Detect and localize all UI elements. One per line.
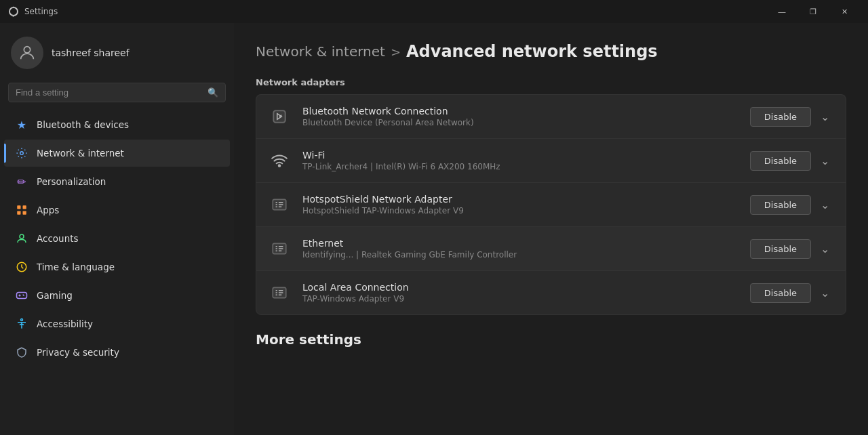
svg-rect-2	[17, 205, 20, 209]
adapter-name: Wi-Fi	[302, 150, 739, 161]
sidebar-item-label: Time & language	[37, 262, 115, 272]
sidebar-item-apps[interactable]: Apps	[4, 196, 230, 224]
time-icon	[15, 260, 28, 274]
sidebar-item-time[interactable]: Time & language	[4, 253, 230, 281]
svg-rect-8	[17, 293, 27, 299]
avatar	[11, 37, 43, 69]
expand-button[interactable]: ⌄	[815, 108, 835, 126]
accessibility-icon	[15, 317, 28, 331]
expand-button[interactable]: ⌄	[815, 152, 835, 170]
adapter-info: HotspotShield Network Adapter HotspotShi…	[302, 194, 739, 215]
sidebar: tashreef shareef 🔍 ★ Bluetooth & devices…	[0, 23, 234, 435]
sidebar-item-label: Personalization	[37, 176, 106, 187]
adapter-info: Bluetooth Network Connection Bluetooth D…	[302, 106, 739, 127]
network-icon	[15, 146, 28, 160]
adapter-actions: Disable ⌄	[750, 195, 835, 215]
local-adapter-icon	[267, 281, 292, 305]
section-title-adapters: Network adapters	[256, 77, 846, 87]
bluetooth-adapter-icon	[267, 104, 292, 129]
username: tashreef shareef	[52, 47, 130, 58]
svg-point-12	[279, 165, 281, 167]
app-body: tashreef shareef 🔍 ★ Bluetooth & devices…	[0, 23, 868, 435]
table-row: Local Area Connection TAP-Windows Adapte…	[256, 270, 846, 315]
svg-point-0	[24, 47, 30, 53]
hotspot-adapter-icon	[267, 192, 292, 217]
adapter-desc: HotspotShield TAP-Windows Adapter V9	[302, 206, 739, 215]
adapter-name: Bluetooth Network Connection	[302, 106, 739, 117]
table-row: HotspotShield Network Adapter HotspotShi…	[256, 182, 846, 226]
settings-app-icon	[8, 6, 19, 17]
adapter-actions: Disable ⌄	[750, 151, 835, 171]
personalization-icon: ✏️	[15, 175, 28, 188]
breadcrumb: Network & internet > Advanced network se…	[256, 42, 846, 61]
table-row: Wi-Fi TP-Link_Archer4 | Intel(R) Wi-Fi 6…	[256, 138, 846, 182]
sidebar-item-label: Gaming	[37, 290, 73, 301]
sidebar-item-accessibility[interactable]: Accessibility	[4, 310, 230, 337]
sidebar-item-network[interactable]: Network & internet	[4, 140, 230, 167]
gaming-icon	[15, 289, 28, 302]
sidebar-item-gaming[interactable]: Gaming	[4, 282, 230, 309]
sidebar-item-privacy[interactable]: Privacy & security	[4, 339, 230, 366]
sidebar-item-label: Privacy & security	[37, 347, 119, 358]
svg-point-9	[21, 319, 23, 321]
svg-point-6	[20, 234, 24, 239]
adapter-desc: TAP-Windows Adapter V9	[302, 294, 739, 304]
sidebar-item-label: Network & internet	[37, 148, 124, 159]
sidebar-item-bluetooth[interactable]: ★ Bluetooth & devices	[4, 111, 230, 138]
adapter-desc: TP-Link_Archer4 | Intel(R) Wi-Fi 6 AX200…	[302, 162, 739, 171]
search-icon: 🔍	[208, 87, 218, 98]
ethernet-adapter-icon	[267, 236, 292, 261]
expand-button[interactable]: ⌄	[815, 240, 835, 258]
adapter-name: Local Area Connection	[302, 282, 739, 293]
breadcrumb-parent[interactable]: Network & internet	[256, 43, 385, 60]
sidebar-item-accounts[interactable]: Accounts	[4, 225, 230, 252]
expand-button[interactable]: ⌄	[815, 284, 835, 302]
sidebar-header: tashreef shareef	[0, 23, 234, 80]
adapter-desc: Bluetooth Device (Personal Area Network)	[302, 118, 739, 127]
search-input[interactable]	[16, 87, 202, 98]
apps-icon	[15, 203, 28, 217]
search-bar[interactable]: 🔍	[8, 83, 226, 102]
adapter-actions: Disable ⌄	[750, 107, 835, 127]
accounts-icon	[15, 232, 28, 245]
minimize-button[interactable]: —	[766, 0, 797, 23]
adapter-info: Wi-Fi TP-Link_Archer4 | Intel(R) Wi-Fi 6…	[302, 150, 739, 171]
svg-rect-3	[23, 205, 26, 209]
expand-button[interactable]: ⌄	[815, 196, 835, 214]
sidebar-item-label: Accessibility	[37, 318, 93, 329]
sidebar-item-label: Accounts	[37, 233, 79, 244]
sidebar-item-label: Apps	[37, 205, 59, 215]
privacy-icon	[15, 346, 28, 359]
adapter-actions: Disable ⌄	[750, 239, 835, 259]
window-controls: — ❐ ✕	[766, 0, 860, 23]
adapter-name: HotspotShield Network Adapter	[302, 194, 739, 205]
table-row: Bluetooth Network Connection Bluetooth D…	[256, 94, 846, 138]
disable-button[interactable]: Disable	[750, 195, 811, 215]
disable-button[interactable]: Disable	[750, 107, 811, 127]
breadcrumb-current: Advanced network settings	[406, 42, 658, 61]
adapter-info: Local Area Connection TAP-Windows Adapte…	[302, 282, 739, 304]
disable-button[interactable]: Disable	[750, 239, 811, 259]
close-button[interactable]: ✕	[829, 0, 860, 23]
maximize-button[interactable]: ❐	[797, 0, 829, 23]
svg-rect-4	[17, 211, 20, 215]
disable-button[interactable]: Disable	[750, 283, 811, 303]
adapter-actions: Disable ⌄	[750, 283, 835, 303]
bluetooth-icon: ★	[15, 118, 28, 131]
wifi-adapter-icon	[267, 148, 292, 173]
adapter-desc: Identifying... | Realtek Gaming GbE Fami…	[302, 250, 739, 260]
breadcrumb-separator: >	[391, 45, 401, 59]
app-title: Settings	[24, 7, 766, 16]
adapter-name: Ethernet	[302, 238, 739, 249]
adapter-info: Ethernet Identifying... | Realtek Gaming…	[302, 238, 739, 260]
main-content: Network & internet > Advanced network se…	[234, 23, 868, 435]
svg-rect-5	[23, 211, 26, 215]
sidebar-item-label: Bluetooth & devices	[37, 119, 129, 130]
disable-button[interactable]: Disable	[750, 151, 811, 171]
more-settings-title: More settings	[256, 331, 846, 348]
table-row: Ethernet Identifying... | Realtek Gaming…	[256, 226, 846, 270]
sidebar-item-personalization[interactable]: ✏️ Personalization	[4, 168, 230, 195]
svg-point-1	[20, 152, 24, 155]
adapter-list: Bluetooth Network Connection Bluetooth D…	[256, 94, 846, 315]
title-bar: Settings — ❐ ✕	[0, 0, 868, 23]
